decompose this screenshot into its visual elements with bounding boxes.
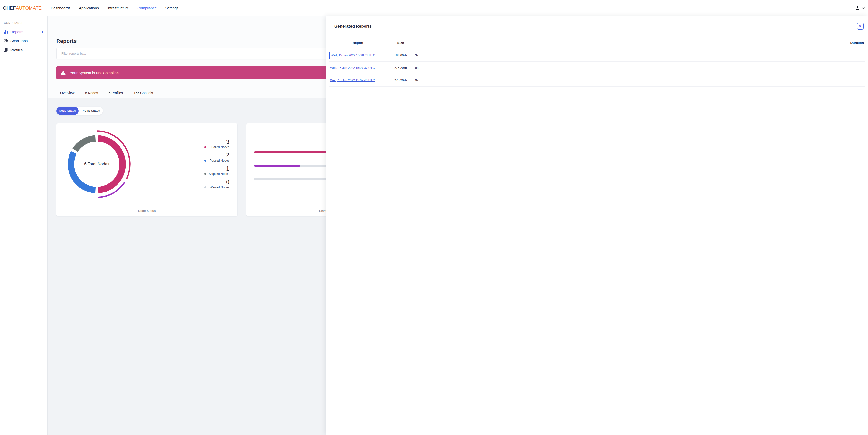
- waived-count: 0: [200, 179, 229, 185]
- toggle-profile-status[interactable]: Profile Status: [79, 107, 103, 115]
- node-status-legend: 3 Failed Nodes 2 Passed Nodes 1 Skipped …: [200, 139, 229, 192]
- tab-controls[interactable]: 156 Controls: [130, 89, 157, 98]
- filter-reports-input[interactable]: [56, 48, 349, 59]
- report-size: 183.60kb: [387, 54, 414, 57]
- panel-title: Generated Reports: [334, 24, 372, 29]
- donut-center-label: 6 Total Nodes: [61, 129, 132, 200]
- report-size: 275.20kb: [387, 66, 414, 69]
- passed-count: 2: [200, 152, 229, 158]
- report-link[interactable]: Wed, 15 Jun 2022 15:28:01 UTC: [331, 54, 375, 57]
- failed-dot-icon: [204, 146, 206, 148]
- nav-compliance[interactable]: Compliance: [137, 6, 157, 10]
- alert-text: Your System is Not Compliant: [70, 71, 120, 75]
- toggle-node-status[interactable]: Node Status: [56, 107, 79, 115]
- column-header-duration: Duration: [414, 41, 434, 45]
- warning-triangle-icon: [61, 71, 66, 75]
- sidebar-item-profiles[interactable]: Profiles: [0, 46, 47, 54]
- legend-label: Skipped Nodes: [209, 172, 229, 176]
- page-title: Reports: [56, 38, 76, 45]
- bar-chart-icon: [4, 30, 8, 34]
- report-tabs: Overview 6 Nodes 6 Profiles 156 Controls: [56, 89, 157, 98]
- documents-icon: [4, 48, 8, 52]
- legend-label: Waived Nodes: [210, 186, 229, 189]
- skipped-dot-icon: [204, 173, 206, 175]
- sidebar-section-label: COMPLIANCE: [4, 22, 47, 24]
- node-status-caption: Node Status: [56, 209, 238, 212]
- tab-overview[interactable]: Overview: [56, 89, 78, 98]
- skipped-count: 1: [200, 166, 229, 172]
- report-duration: 9s: [414, 79, 434, 82]
- tab-nodes[interactable]: 6 Nodes: [81, 89, 102, 98]
- nav-applications[interactable]: Applications: [79, 6, 99, 10]
- report-link[interactable]: Wed, 15 Jun 2022 15:07:43 UTC: [330, 79, 375, 82]
- report-duration: 8s: [414, 66, 434, 69]
- node-status-donut-chart: 6 Total Nodes: [61, 129, 132, 200]
- report-duration: 3s: [414, 54, 434, 57]
- sidebar-item-scan-jobs[interactable]: Scan Jobs: [0, 36, 47, 46]
- table-row: Wed, 15 Jun 2022 15:07:43 UTC 275.20kb 9…: [329, 74, 434, 87]
- legend-item-waived: 0 Waived Nodes: [200, 179, 229, 189]
- reports-table: Wed, 15 Jun 2022 15:28:01 UTC 183.60kb 3…: [329, 49, 434, 87]
- sidebar-item-label: Profiles: [10, 48, 23, 52]
- sidebar-item-label: Scan Jobs: [10, 39, 28, 43]
- passed-dot-icon: [204, 160, 206, 162]
- legend-label: Failed Nodes: [211, 145, 229, 149]
- top-header: CHEFAUTOMATE Dashboards Applications Inf…: [0, 0, 434, 16]
- failed-count: 3: [200, 139, 229, 145]
- focused-report-link-box: Wed, 15 Jun 2022 15:28:01 UTC: [329, 52, 377, 59]
- column-header-size: Size: [387, 41, 414, 45]
- non-compliant-alert-banner: Your System is Not Compliant: [56, 66, 349, 79]
- logo-chef: CHEF: [3, 5, 16, 10]
- radar-icon: [4, 39, 8, 43]
- report-link[interactable]: Wed, 15 Jun 2022 15:27:37 UTC: [330, 66, 375, 69]
- triangle-right-icon[interactable]: ▶: [42, 30, 44, 33]
- node-status-card: 6 Total Nodes 3 Failed Nodes 2 Passed No…: [56, 123, 238, 216]
- status-toggle: Node Status Profile Status: [56, 107, 103, 115]
- legend-label: Passed Nodes: [210, 159, 229, 162]
- report-size: 275.20kb: [387, 79, 414, 82]
- nav-infrastructure[interactable]: Infrastructure: [107, 6, 129, 10]
- chef-automate-logo[interactable]: CHEFAUTOMATE: [3, 5, 42, 11]
- nav-dashboards[interactable]: Dashboards: [51, 6, 70, 10]
- column-header-report: Report: [329, 41, 387, 45]
- table-row: Wed, 15 Jun 2022 15:27:37 UTC 275.20kb 8…: [329, 62, 434, 74]
- nav-settings[interactable]: Settings: [165, 6, 179, 10]
- main-nav: Dashboards Applications Infrastructure C…: [51, 6, 179, 10]
- waived-dot-icon: [204, 186, 206, 188]
- table-row: Wed, 15 Jun 2022 15:28:01 UTC 183.60kb 3…: [329, 49, 434, 62]
- reports-table-header: Report Size Duration: [329, 41, 434, 45]
- legend-item-failed: 3 Failed Nodes: [200, 139, 229, 149]
- generated-reports-panel: Generated Reports ✕ Report Size Duration…: [327, 16, 434, 218]
- tab-profiles[interactable]: 6 Profiles: [105, 89, 127, 98]
- legend-item-passed: 2 Passed Nodes: [200, 152, 229, 163]
- logo-automate: AUTOMATE: [16, 5, 42, 10]
- sidebar-item-reports[interactable]: Reports ▶: [0, 27, 47, 36]
- legend-item-skipped: 1 Skipped Nodes: [200, 166, 229, 176]
- sidebar-item-label: Reports: [10, 30, 23, 34]
- compliance-sidebar: COMPLIANCE Reports ▶ Scan Jobs Profiles: [0, 16, 48, 218]
